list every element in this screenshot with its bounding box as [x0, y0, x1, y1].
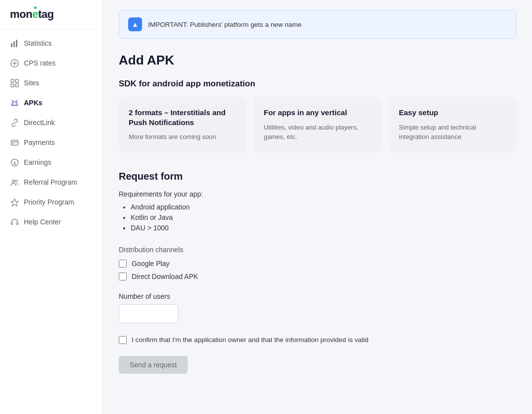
- sidebar-item-sites[interactable]: Sites: [0, 73, 102, 93]
- sidebar-item-statistics-label: Statistics: [24, 39, 52, 47]
- logo-text-before: mon: [10, 8, 32, 20]
- requirement-2: DAU > 1000: [131, 224, 516, 232]
- sidebar-item-directlink[interactable]: DirectLink: [0, 113, 102, 133]
- dollar-icon: $: [10, 158, 19, 167]
- svg-rect-24: [11, 222, 12, 224]
- svg-rect-8: [11, 84, 14, 87]
- grid-icon: [10, 78, 19, 87]
- sidebar-item-directlink-label: DirectLink: [24, 119, 55, 127]
- svg-point-10: [13, 103, 13, 103]
- feature-cards: 2 formats – Interstitials and Push Notif…: [119, 97, 516, 153]
- sidebar-item-earnings[interactable]: $ Earnings: [0, 152, 102, 172]
- logo-o: e: [32, 8, 38, 21]
- svg-rect-9: [15, 84, 18, 87]
- direct-download-row: Direct Download APK: [119, 273, 516, 280]
- sidebar-item-priority-program[interactable]: Priority Program: [0, 192, 102, 212]
- main-content: ▲ IMPORTANT: Publishers' platform gets a…: [103, 0, 532, 414]
- distribution-label: Distribution channels: [119, 246, 516, 254]
- android-icon: [10, 98, 19, 107]
- sidebar-item-cps-rates-label: CPS rates: [24, 59, 56, 67]
- warning-icon: ▲: [128, 17, 142, 31]
- users-field-label: Number of users: [119, 292, 516, 300]
- svg-rect-1: [13, 41, 15, 47]
- sdk-subtitle: SDK for android app monetization: [119, 79, 516, 89]
- confirm-checkbox[interactable]: [119, 336, 127, 344]
- svg-rect-2: [16, 40, 17, 47]
- announcement-banner: ▲ IMPORTANT: Publishers' platform gets a…: [119, 10, 516, 39]
- feature-card-1-desc: Utilities, video and audio players, game…: [264, 123, 371, 142]
- credit-card-icon: [10, 138, 19, 147]
- svg-marker-23: [11, 199, 18, 206]
- feature-card-2-desc: Simple setup and technical integration a…: [399, 123, 506, 142]
- svg-rect-16: [11, 140, 18, 145]
- requirement-1: Kotlin or Java: [131, 213, 516, 221]
- svg-rect-0: [11, 43, 12, 47]
- feature-card-1: For apps in any vertical Utilities, vide…: [254, 97, 381, 153]
- headphones-icon: [10, 217, 19, 226]
- request-form-title: Request form: [119, 171, 516, 182]
- users-input[interactable]: [119, 304, 178, 323]
- feature-card-0-desc: More formats are coming soon: [129, 132, 236, 142]
- bar-chart-icon: [10, 39, 19, 48]
- sidebar-item-statistics[interactable]: Statistics: [0, 33, 102, 53]
- distribution-channels: Google Play Direct Download APK: [119, 260, 516, 280]
- plus-circle-icon: [10, 59, 19, 68]
- requirements-label: Requirements for your app:: [119, 190, 516, 198]
- feature-card-2: Easy setup Simple setup and technical in…: [389, 97, 516, 153]
- banner-text: IMPORTANT: Publishers' platform gets a n…: [148, 21, 302, 28]
- sidebar-item-referral-program[interactable]: Referral Program: [0, 172, 102, 192]
- sidebar-item-referral-label: Referral Program: [24, 178, 77, 186]
- direct-download-checkbox[interactable]: [119, 273, 127, 280]
- sidebar-item-sites-label: Sites: [24, 79, 39, 87]
- svg-text:$: $: [13, 160, 15, 165]
- svg-point-14: [11, 100, 12, 101]
- submit-button[interactable]: Send a request: [119, 356, 188, 374]
- svg-point-11: [15, 103, 16, 103]
- google-play-row: Google Play: [119, 260, 516, 268]
- number-of-users-section: Number of users: [119, 292, 516, 323]
- star-icon: [10, 198, 19, 207]
- feature-card-0: 2 formats – Interstitials and Push Notif…: [119, 97, 246, 153]
- sidebar-item-cps-rates[interactable]: CPS rates: [0, 53, 102, 73]
- feature-card-2-title: Easy setup: [399, 108, 506, 118]
- google-play-checkbox[interactable]: [119, 260, 127, 268]
- sidebar-item-payments[interactable]: Payments: [0, 133, 102, 152]
- sidebar-item-payments-label: Payments: [24, 138, 55, 146]
- sidebar-item-priority-label: Priority Program: [24, 198, 74, 206]
- svg-point-22: [15, 180, 17, 182]
- sidebar-item-help-center[interactable]: Help Center: [0, 212, 102, 232]
- sidebar-item-apks-label: APKs: [24, 99, 42, 107]
- svg-point-21: [12, 180, 14, 182]
- svg-rect-25: [16, 222, 18, 224]
- page-title: Add APK: [119, 53, 516, 68]
- direct-download-label[interactable]: Direct Download APK: [132, 273, 198, 280]
- confirm-row: I confirm that I'm the application owner…: [119, 335, 516, 345]
- requirements-list: Android application Kotlin or Java DAU >…: [119, 203, 516, 232]
- feature-card-1-title: For apps in any vertical: [264, 108, 371, 118]
- sidebar: monetag Statistics CPS rates: [0, 0, 103, 414]
- svg-line-13: [16, 100, 17, 101]
- logo: monetag: [0, 0, 102, 29]
- logo-text-after: tag: [38, 8, 54, 20]
- svg-rect-6: [11, 79, 14, 82]
- feature-card-0-title: 2 formats – Interstitials and Push Notif…: [129, 108, 236, 127]
- sidebar-item-apks[interactable]: APKs: [0, 93, 102, 113]
- sidebar-item-earnings-label: Earnings: [24, 158, 51, 166]
- confirm-label[interactable]: I confirm that I'm the application owner…: [132, 335, 369, 345]
- users-icon: [10, 178, 19, 187]
- requirement-0: Android application: [131, 203, 516, 211]
- sidebar-item-help-center-label: Help Center: [24, 218, 61, 226]
- svg-point-15: [17, 100, 18, 101]
- svg-line-12: [12, 100, 13, 101]
- link-icon: [10, 118, 19, 127]
- svg-rect-7: [15, 79, 18, 82]
- google-play-label[interactable]: Google Play: [132, 260, 169, 268]
